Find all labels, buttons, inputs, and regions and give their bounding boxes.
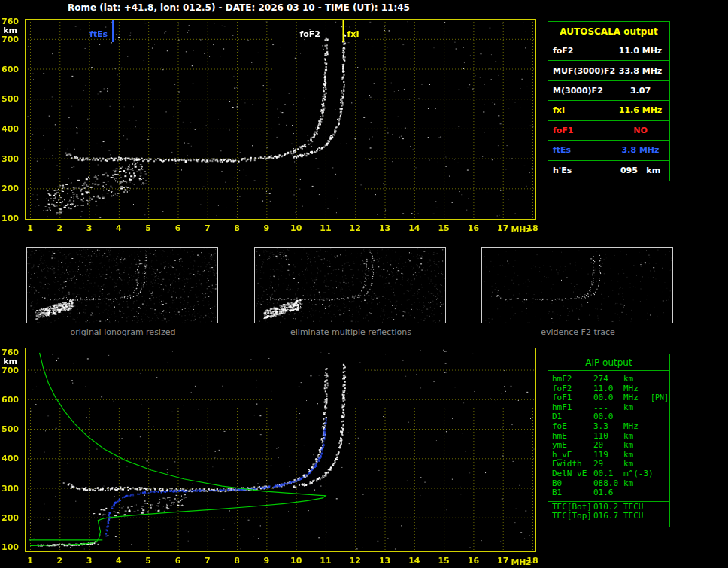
table-row: M(3000)F2 3.07 [548, 81, 669, 101]
aip-value: 00.0 [593, 393, 623, 403]
aip-unit: m^(-3) [623, 469, 651, 479]
aip-name: ymE [548, 441, 593, 451]
param-label: M(3000)F2 [548, 81, 611, 100]
aip-name: hmF2 [548, 375, 593, 384]
param-label: MUF(3000)F2 [548, 61, 611, 80]
aip-name: foF1 [548, 393, 593, 403]
thumbnail-f2-trace [481, 247, 673, 323]
aip-value: 20 [593, 441, 623, 451]
window-title: Rome (lat: +41.8, lon: 012.5) - DATE: 20… [68, 2, 410, 13]
autoscala-panel: AUTOSCALA output foF2 11.0 MHz MUF(3000)… [548, 21, 670, 181]
param-value: 11.0 MHz [611, 41, 669, 60]
thumbnail-canvas [255, 248, 445, 323]
aip-value: 3.3 [593, 422, 623, 432]
aip-unit: MHz [623, 422, 651, 432]
thumbnail-original-ionogram [26, 247, 218, 323]
thumbnail-canvas [482, 248, 672, 323]
aip-rows: hmF2274km foF211.0MHz foF100.0MHz[PN] hm… [548, 371, 669, 521]
aip-unit: TECU [623, 512, 651, 521]
aip-value: 016.7 [593, 512, 623, 521]
thumbnail-caption: eliminate multiple reflections [254, 327, 447, 337]
aip-value: 01.6 [593, 488, 623, 498]
aip-row: B101.6 [548, 488, 669, 498]
param-label: ftEs [548, 141, 611, 159]
aip-unit: km [623, 403, 651, 413]
param-label: foF2 [548, 41, 611, 60]
table-row: MUF(3000)F2 33.8 MHz [548, 61, 669, 80]
thumbnail-caption: original ionogram resized [26, 327, 220, 337]
aip-unit: km [623, 441, 651, 451]
table-row: foF2 11.0 MHz [548, 41, 669, 61]
thumbnail-caption: evidence F2 trace [481, 327, 675, 337]
param-value: 11.6 MHz [611, 101, 669, 120]
aip-name: TEC[Top] [548, 512, 593, 521]
aip-row: foF100.0MHz[PN] [548, 393, 669, 403]
aip-unit: MHz [623, 393, 651, 403]
aip-row: foE3.3MHz [548, 422, 669, 432]
table-row: fxI 11.6 MHz [548, 101, 669, 120]
param-value: 33.8 MHz [611, 61, 669, 80]
aip-value: 00.1 [593, 469, 623, 479]
table-row: h'Es 095 km [548, 161, 669, 181]
table-row: ftEs 3.8 MHz [548, 141, 669, 160]
param-label: fxI [548, 101, 611, 120]
param-label: foF1 [548, 121, 611, 140]
aip-row: TEC[Top]016.7TECU [548, 512, 669, 521]
param-value: 3.07 [611, 81, 669, 100]
aip-title: AIP output [548, 354, 669, 371]
aip-unit: km [623, 375, 651, 384]
aip-name: DelN_vE [548, 469, 593, 479]
ionogram-app-window: Rome (lat: +41.8, lon: 012.5) - DATE: 20… [0, 0, 728, 568]
param-value: 3.8 MHz [611, 141, 669, 159]
autoscala-title: AUTOSCALA output [548, 22, 669, 41]
aip-value: 274 [593, 375, 623, 384]
aip-panel: AIP output hmF2274km foF211.0MHz foF100.… [548, 354, 670, 527]
aip-row: ymE20km [548, 441, 669, 451]
thumbnail-no-multiple-reflections [254, 247, 446, 323]
aip-row: hmF2274km [548, 375, 669, 384]
param-label: h'Es [548, 161, 611, 181]
param-value: 095 km [611, 161, 669, 181]
aip-row: DelN_vE00.1m^(-3) [548, 469, 669, 479]
bottom-ionogram-canvas [0, 342, 544, 568]
aip-row: TEC[Bot]010.2TECU [548, 501, 669, 512]
aip-name: B1 [548, 488, 593, 498]
aip-note: [PN] [651, 393, 669, 403]
param-value: NO [611, 121, 669, 140]
thumbnail-canvas [27, 248, 217, 323]
table-row: foF1 NO [548, 121, 669, 141]
aip-unit: km [623, 479, 651, 489]
top-ionogram-canvas [0, 12, 544, 245]
aip-name: foE [548, 422, 593, 432]
